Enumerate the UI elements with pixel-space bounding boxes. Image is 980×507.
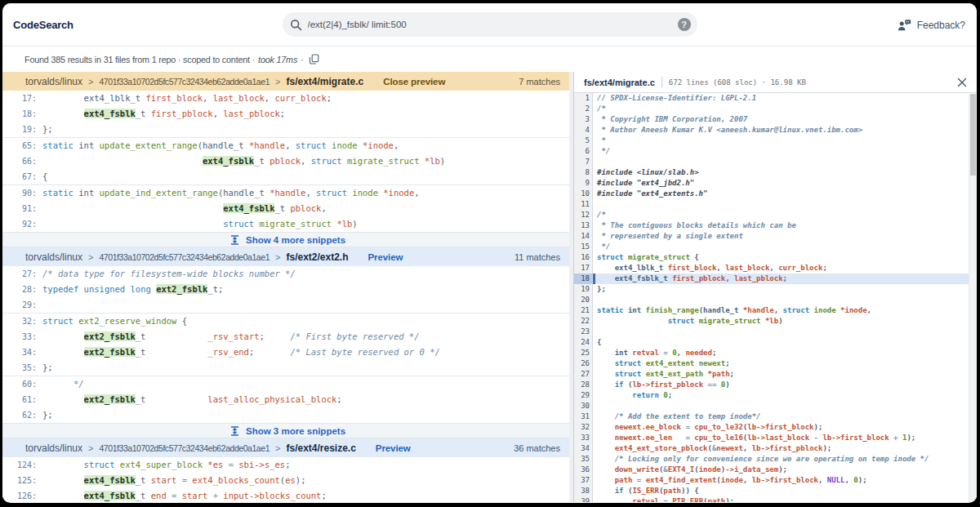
- snippet-line[interactable]: 61: ext2_fsblk_t last_alloc_physical_blo…: [2, 392, 573, 407]
- preview-line-number[interactable]: 12: [574, 210, 593, 220]
- preview-button[interactable]: Preview: [368, 252, 403, 262]
- close-icon[interactable]: [956, 76, 969, 89]
- preview-line-number[interactable]: 26: [574, 358, 593, 369]
- search-box[interactable]: ?: [283, 12, 697, 37]
- preview-line-number[interactable]: 36: [574, 465, 593, 475]
- snippet-line[interactable]: 29:: [2, 297, 573, 313]
- snippet-line[interactable]: 62:};: [2, 407, 573, 423]
- snippet-line[interactable]: 126: ext4_fsblk_t end = start + input->b…: [2, 488, 573, 502]
- main-area: torvalds/linux>4701f33a10702d5fc577c3243…: [2, 72, 977, 502]
- preview-line-number[interactable]: 13: [574, 220, 593, 231]
- snippet-code: ext4_fsblk_t first_pblock, last_pblock;: [37, 106, 573, 122]
- preview-code: 1// SPDX-License-Identifier: LGPL-2.12/*…: [574, 93, 977, 502]
- show-more-snippets[interactable]: Show 3 more snippets: [2, 424, 573, 438]
- preview-line-number[interactable]: 8: [574, 167, 593, 178]
- snippet-line[interactable]: 125: ext4_fsblk_t start = ext4_blocks_co…: [2, 473, 573, 488]
- preview-line-number[interactable]: 24: [574, 337, 593, 348]
- result-file-header[interactable]: torvalds/linux>4701f33a10702d5fc577c3243…: [2, 72, 573, 91]
- snippet-line-number: 28:: [2, 282, 37, 297]
- snippet-line[interactable]: 32:struct ext2_reserve_window {: [2, 314, 573, 329]
- snippet-line-number: 124:: [2, 457, 37, 473]
- preview-line-number[interactable]: 20: [574, 295, 593, 305]
- preview-line-number[interactable]: 28: [574, 380, 593, 390]
- preview-line-number[interactable]: 18: [574, 274, 593, 284]
- snippet-line[interactable]: 67:{: [2, 169, 573, 185]
- preview-line-number[interactable]: 21: [574, 305, 593, 316]
- preview-code-line: 34 ext4_ext_store_pblock(&newext, lb->fi…: [574, 443, 977, 454]
- preview-line-number[interactable]: 25: [574, 348, 593, 358]
- preview-line-number[interactable]: 5: [574, 136, 593, 146]
- result-file-header[interactable]: torvalds/linux>4701f33a10702d5fc577c3243…: [2, 438, 573, 457]
- preview-line-number[interactable]: 23: [574, 327, 593, 337]
- preview-code-text: int retval = 0, needed;: [595, 348, 977, 358]
- preview-line-number[interactable]: 3: [574, 114, 593, 125]
- breadcrumb-filename: fs/ext2/ext2.h: [286, 251, 348, 263]
- preview-line-number[interactable]: 1: [574, 93, 593, 104]
- preview-line-number[interactable]: 2: [574, 104, 593, 114]
- preview-line-number[interactable]: 39: [574, 496, 593, 502]
- close-preview-button[interactable]: Close preview: [383, 77, 445, 87]
- preview-scrollbar-thumb[interactable]: [970, 94, 976, 176]
- preview-line-number[interactable]: 33: [574, 433, 593, 443]
- preview-line-number[interactable]: 15: [574, 242, 593, 252]
- preview-code-line: 17 ext4_lblk_t first_block, last_block, …: [574, 263, 977, 274]
- preview-line-number[interactable]: 17: [574, 263, 593, 274]
- snippet-line[interactable]: 18: ext4_fsblk_t first_pblock, last_pblo…: [2, 106, 573, 122]
- snippet-line[interactable]: 90:static int update_ind_extent_range(ha…: [2, 185, 573, 201]
- preview-line-number[interactable]: 35: [574, 454, 593, 465]
- preview-line-number[interactable]: 38: [574, 486, 593, 496]
- preview-line-number[interactable]: 4: [574, 125, 593, 136]
- preview-line-number[interactable]: 6: [574, 146, 593, 157]
- search-help-icon[interactable]: ?: [678, 18, 691, 31]
- snippet-line[interactable]: 124: struct ext4_super_block *es = sbi->…: [2, 457, 573, 473]
- preview-line-number[interactable]: 31: [574, 411, 593, 422]
- preview-code-text: };: [595, 284, 977, 295]
- preview-button[interactable]: Preview: [376, 443, 411, 453]
- snippet-code: struct migrate_struct *lb): [37, 216, 573, 232]
- feedback-button[interactable]: Feedback?: [898, 3, 965, 47]
- snippet-line[interactable]: 19:};: [2, 122, 573, 137]
- preview-line-number[interactable]: 7: [574, 157, 593, 167]
- snippet-line[interactable]: 34: ext2_fsblk_t _rsv_end; /* Last byte …: [2, 345, 573, 360]
- snippet-line-number: 17:: [2, 91, 37, 106]
- snippet-line[interactable]: 28:typedef unsigned long ext2_fsblk_t;: [2, 282, 573, 297]
- preview-line-number[interactable]: 32: [574, 422, 593, 433]
- snippet-line[interactable]: 92: struct migrate_struct *lb): [2, 216, 573, 232]
- preview-code-text: #include <linux/slab.h>: [595, 167, 977, 178]
- preview-line-number[interactable]: 14: [574, 231, 593, 242]
- snippet-line[interactable]: 66: ext4_fsblk_t pblock, struct migrate_…: [2, 153, 573, 169]
- show-more-snippets[interactable]: Show 4 more snippets: [2, 233, 573, 247]
- snippet-line[interactable]: 27:/* data type for filesystem-wide bloc…: [2, 266, 573, 282]
- preview-line-number[interactable]: 34: [574, 443, 593, 454]
- preview-line-number[interactable]: 19: [574, 284, 593, 295]
- preview-line-number[interactable]: 16: [574, 252, 593, 263]
- preview-line-number[interactable]: 30: [574, 401, 593, 411]
- preview-scrollbar[interactable]: [969, 94, 977, 502]
- preview-code-text: ext4_lblk_t first_block, last_block, cur…: [595, 263, 977, 274]
- result-file-header[interactable]: torvalds/linux>4701f33a10702d5fc577c3243…: [2, 247, 573, 266]
- snippet-block: 90:static int update_ind_extent_range(ha…: [2, 185, 573, 233]
- preview-line-number[interactable]: 11: [574, 199, 593, 210]
- preview-code-text: * The contiguous blocks details which ca…: [595, 220, 977, 231]
- snippet-line[interactable]: 60: */: [2, 376, 573, 392]
- search-input[interactable]: [308, 20, 678, 29]
- preview-line-number[interactable]: 22: [574, 316, 593, 327]
- snippet-line[interactable]: 17: ext4_lblk_t first_block, last_block,…: [2, 91, 573, 106]
- copy-icon[interactable]: [309, 54, 319, 64]
- preview-code-line: 22 struct migrate_struct *lb): [574, 316, 977, 327]
- preview-line-number[interactable]: 37: [574, 475, 593, 486]
- results-scrollbar[interactable]: [569, 72, 573, 502]
- preview-code-line: 1// SPDX-License-Identifier: LGPL-2.1: [574, 93, 977, 104]
- preview-line-number[interactable]: 29: [574, 390, 593, 401]
- snippet-line[interactable]: 65:static int update_extent_range(handle…: [2, 138, 573, 153]
- snippet-code: ext4_fsblk_t start = ext4_blocks_count(e…: [37, 473, 573, 488]
- preview-line-number[interactable]: 10: [574, 189, 593, 199]
- preview-line-number[interactable]: 9: [574, 178, 593, 189]
- unfold-icon: [230, 235, 239, 245]
- preview-code-text: [595, 157, 977, 167]
- preview-code-text: */: [595, 146, 977, 157]
- snippet-line[interactable]: 33: ext2_fsblk_t _rsv_start; /* First by…: [2, 329, 573, 345]
- snippet-line[interactable]: 35:};: [2, 360, 573, 376]
- preview-line-number[interactable]: 27: [574, 369, 593, 380]
- snippet-line[interactable]: 91: ext4_fsblk_t pblock,: [2, 201, 573, 216]
